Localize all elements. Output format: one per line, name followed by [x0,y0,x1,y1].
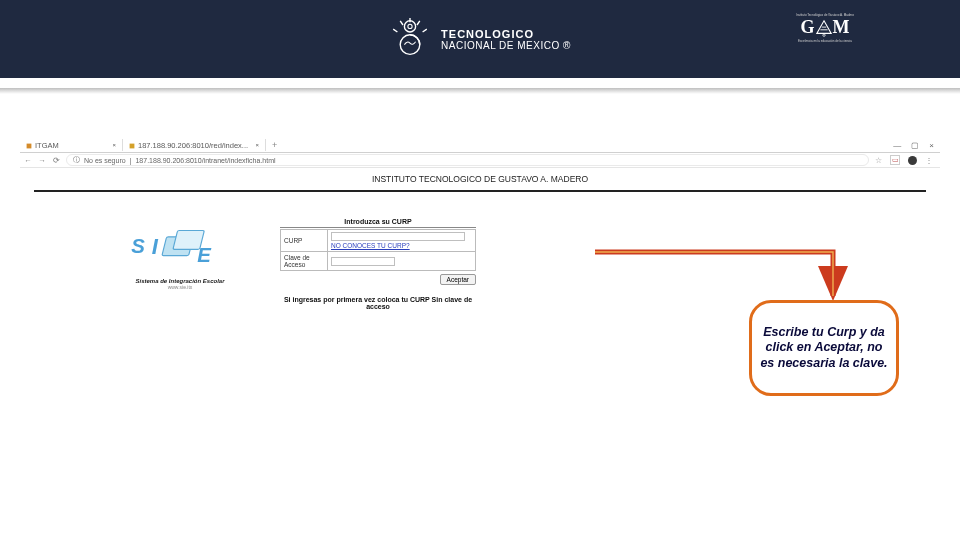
window-minimize-icon[interactable]: — [893,141,901,150]
insecure-label: No es seguro [84,157,126,164]
browser-menu-icon[interactable]: ⋮ [925,156,932,165]
sie-url: www.sie.itx [168,284,193,290]
svg-point-2 [408,24,412,28]
no-curp-link[interactable]: NO CONOCES TU CURP? [331,242,410,249]
tecnm-title: TECNOLOGICO [441,28,571,40]
profile-avatar-icon[interactable] [908,156,917,165]
aceptar-button[interactable]: Aceptar [440,274,476,285]
page-divider [34,190,926,192]
clave-input[interactable] [331,257,395,266]
favicon-icon [26,142,32,148]
tab-1-close-icon[interactable]: × [112,142,116,148]
svg-text:S: S [131,235,145,257]
bookmark-star-icon[interactable]: ☆ [875,156,882,165]
svg-rect-7 [27,144,32,149]
gam-bottom-text: Excelencia en la educación de la ciencia [798,40,852,43]
svg-text:E: E [197,244,212,266]
insecure-icon: ⓘ [73,155,80,165]
address-bar: ← → ⟳ ⓘ No es seguro | 187.188.90.206:80… [20,153,940,168]
callout-text: Escribe tu Curp y da click en Aceptar, n… [760,325,888,372]
tecnm-subtitle: NACIONAL DE MEXICO ® [441,40,571,51]
url-separator: | [130,157,132,164]
first-time-note: Si ingresas por primera vez coloca tu CU… [280,296,476,310]
curp-label: CURP [281,230,328,252]
svg-point-6 [822,34,824,36]
top-banner: TECNOLOGICO NACIONAL DE MEXICO ® Institu… [0,0,960,78]
tab-strip: ITGAM × 187.188.90.206:8010/red/index...… [20,138,940,153]
sie-logo-icon: S I E [125,222,235,272]
url-input[interactable]: ⓘ No es seguro | 187.188.90.206:8010/int… [66,154,869,166]
window-maximize-icon[interactable]: ▢ [911,141,919,150]
tecnm-emblem-icon [389,18,431,60]
clave-label: Clave de Acceso [281,252,328,271]
browser-tab-2[interactable]: 187.188.90.206:8010/red/index... × [123,139,266,151]
browser-window: ITGAM × 187.188.90.206:8010/red/index...… [20,138,940,310]
nav-reload-icon[interactable]: ⟳ [52,156,60,165]
favicon-icon [129,142,135,148]
tab-1-label: ITGAM [35,141,59,150]
curp-input[interactable] [331,232,465,241]
svg-rect-8 [130,144,135,149]
url-text: 187.188.90.206:8010/intranet/indexficha.… [135,157,275,164]
form-heading: Introduzca su CURP [280,218,476,228]
gam-logo: Instituto Tecnológico de Gustavo A. Made… [790,12,860,64]
window-close-icon[interactable]: × [929,141,934,150]
nav-back-icon[interactable]: ← [24,156,32,165]
tab-2-close-icon[interactable]: × [255,142,259,148]
browser-tab-1[interactable]: ITGAM × [20,139,123,151]
curp-form: Introduzca su CURP CURP NO CONOCES TU CU… [280,218,476,310]
sie-logo-block: S I E Sistema de Integración Escolar www… [110,218,250,310]
nav-forward-icon[interactable]: → [38,156,46,165]
new-tab-button[interactable]: + [266,140,283,150]
svg-text:I: I [152,234,159,259]
svg-point-1 [404,21,415,32]
page-title: INSTITUTO TECNOLOGICO DE GUSTAVO A. MADE… [20,168,940,188]
extension-shield-icon[interactable]: ▭ [890,155,900,165]
instruction-callout: Escribe tu Curp y da click en Aceptar, n… [749,300,899,396]
tab-2-label: 187.188.90.206:8010/red/index... [138,141,248,150]
gam-pyramid-icon [815,19,833,37]
tecnm-logo: TECNOLOGICO NACIONAL DE MEXICO ® [389,18,571,60]
